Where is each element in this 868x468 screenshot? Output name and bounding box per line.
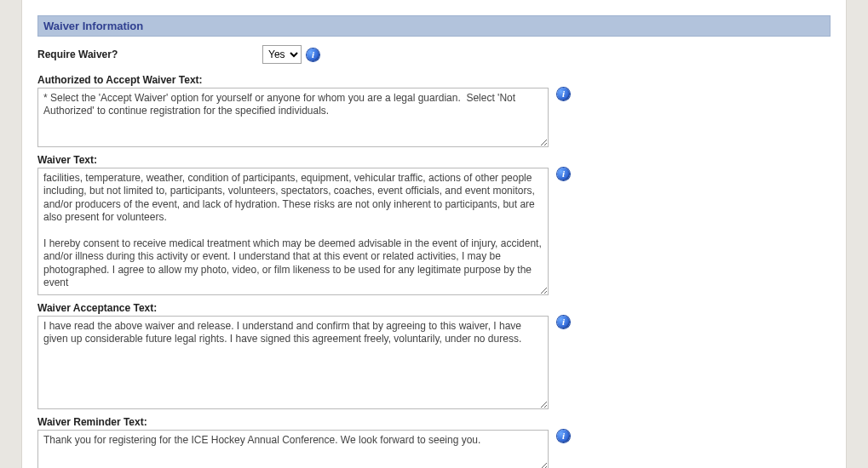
info-icon[interactable]: i	[557, 430, 570, 442]
info-icon[interactable]: i	[557, 316, 570, 328]
section-title: Waiver Information	[43, 20, 143, 32]
authorized-block: Authorized to Accept Waiver Text: i	[37, 74, 831, 147]
reminder-textarea[interactable]	[37, 430, 549, 468]
info-icon[interactable]: i	[557, 88, 570, 100]
acceptance-label: Waiver Acceptance Text:	[37, 302, 831, 314]
authorized-label: Authorized to Accept Waiver Text:	[37, 74, 831, 86]
form-panel: Waiver Information Require Waiver? YesNo…	[21, 0, 847, 468]
acceptance-block: Waiver Acceptance Text: i	[37, 302, 831, 409]
waiver-text-textarea[interactable]	[37, 168, 549, 295]
reminder-label: Waiver Reminder Text:	[37, 416, 831, 428]
acceptance-textarea[interactable]	[37, 316, 549, 409]
authorized-textarea[interactable]	[37, 88, 549, 147]
require-waiver-row: Require Waiver? YesNo i	[37, 37, 831, 67]
info-icon[interactable]: i	[557, 168, 570, 180]
waiver-text-block: Waiver Text: i	[37, 154, 831, 295]
require-waiver-label: Require Waiver?	[37, 49, 118, 60]
waiver-text-label: Waiver Text:	[37, 154, 831, 166]
section-header: Waiver Information	[37, 15, 831, 37]
info-icon[interactable]: i	[307, 49, 319, 61]
reminder-block: Waiver Reminder Text: i	[37, 416, 831, 468]
require-waiver-select[interactable]: YesNo	[262, 45, 302, 64]
